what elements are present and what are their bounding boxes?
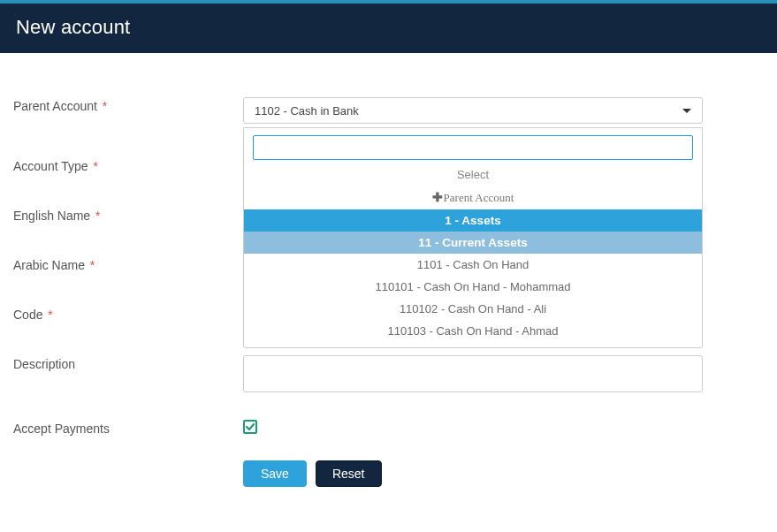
required-marker: * [93, 159, 97, 173]
accept-payments-checkbox[interactable] [243, 420, 257, 434]
button-row: Save Reset [243, 460, 764, 487]
dropdown-option[interactable]: 11 - Current Assets [244, 232, 702, 254]
parent-account-selected-value: 1102 - Cash in Bank [255, 104, 359, 118]
description-textarea[interactable] [243, 355, 703, 392]
row-accept-payments: Accept Payments [13, 420, 764, 436]
caret-down-icon [682, 109, 691, 113]
reset-button[interactable]: Reset [316, 460, 382, 487]
save-button[interactable]: Save [243, 460, 307, 487]
dropdown-option[interactable]: 1101 - Cash On Hand [244, 254, 702, 276]
required-marker: * [90, 258, 95, 272]
row-parent-account: Parent Account * 1102 - Cash in Bank Sel… [13, 97, 764, 124]
row-description: Description [13, 355, 764, 395]
page-title: New account [16, 16, 761, 39]
dropdown-option[interactable]: 110103 - Cash On Hand - Ahmad [244, 320, 702, 342]
dropdown-option-list[interactable]: Select ✚ Parent Account 1 - Assets 11 - … [244, 163, 702, 347]
dropdown-group-label: ✚ Parent Account [244, 186, 702, 209]
label-accept-payments: Accept Payments [13, 420, 243, 436]
dropdown-option-placeholder[interactable]: Select [244, 163, 702, 186]
parent-account-select[interactable]: 1102 - Cash in Bank [243, 97, 703, 124]
label-english-name: English Name * [13, 207, 243, 223]
dropdown-search-wrap [244, 128, 702, 163]
required-marker: * [103, 99, 107, 113]
dropdown-option[interactable]: 110102 - Cash On Hand - Ali [244, 298, 702, 320]
plus-icon: ✚ [432, 190, 443, 205]
check-icon [245, 422, 255, 432]
field-description [243, 355, 703, 395]
label-description: Description [13, 355, 243, 371]
form-container: Parent Account * 1102 - Cash in Bank Sel… [0, 53, 777, 513]
label-account-type: Account Type * [13, 157, 243, 173]
dropdown-search-input[interactable] [253, 135, 693, 160]
label-arabic-name: Arabic Name * [13, 256, 243, 272]
field-accept-payments [243, 420, 703, 435]
required-marker: * [48, 308, 52, 322]
label-code: Code * [13, 306, 243, 322]
field-parent-account: 1102 - Cash in Bank Select ✚ Parent Acco… [243, 97, 703, 124]
dropdown-option[interactable]: 1 - Assets [244, 209, 702, 232]
dropdown-option[interactable]: 110101 - Cash On Hand - Mohammad [244, 276, 702, 298]
parent-account-dropdown: Select ✚ Parent Account 1 - Assets 11 - … [243, 127, 703, 348]
label-parent-account: Parent Account * [13, 97, 243, 113]
required-marker: * [95, 209, 100, 223]
page-header: New account [0, 4, 777, 53]
